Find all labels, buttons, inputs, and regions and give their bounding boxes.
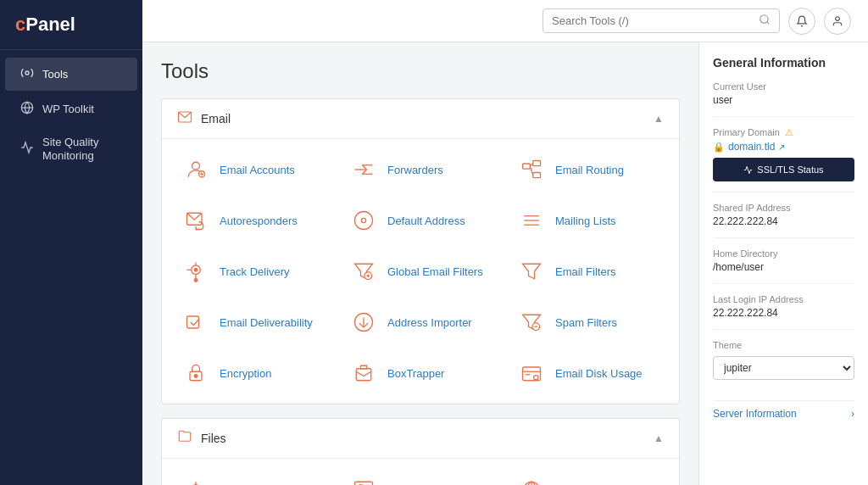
track-delivery-icon — [181, 256, 211, 287]
sidebar: cPanel Tools WP Toolkit Site QualityMoni… — [0, 0, 142, 485]
tool-item-file-manager[interactable]: File Manager — [169, 464, 337, 485]
svg-point-43 — [194, 375, 198, 378]
tools-icon — [20, 66, 34, 82]
address-importer-label: Address Importer — [387, 316, 472, 329]
email-deliverability-label: Email Deliverability — [220, 316, 313, 329]
server-info-link[interactable]: Server Information › — [713, 400, 854, 420]
svg-point-48 — [534, 376, 538, 380]
files-section: Files ▲ File Manager — [161, 418, 680, 485]
home-dir-label: Home Directory — [713, 248, 854, 259]
svg-rect-13 — [523, 164, 531, 169]
current-user-value: user — [713, 94, 854, 106]
tool-item-images[interactable]: Images — [337, 464, 504, 485]
search-input[interactable] — [552, 14, 759, 27]
images-icon — [348, 474, 379, 485]
theme-select[interactable]: jupiter paper_lantern — [713, 356, 854, 380]
sidebar-item-site-quality-label: Site QualityMonitoring — [42, 136, 98, 162]
email-accounts-label: Email Accounts — [220, 164, 295, 176]
boxtrapper-label: BoxTrapper — [387, 367, 444, 380]
email-disk-usage-icon — [516, 358, 547, 388]
last-login-label: Last Login IP Address — [713, 294, 854, 304]
sidebar-logo: cPanel — [0, 0, 142, 50]
files-section-header[interactable]: Files ▲ — [162, 419, 679, 459]
last-login-row: Last Login IP Address 22.222.222.84 — [713, 294, 854, 330]
tool-item-autoresponders[interactable]: Autoresponders — [169, 195, 337, 246]
tool-item-spam-filters[interactable]: Spam Filters — [504, 297, 672, 348]
spam-filters-icon — [516, 307, 547, 337]
shared-ip-row: Shared IP Address 22.222.222.84 — [713, 203, 854, 238]
site-quality-icon — [20, 141, 34, 157]
tool-item-encryption[interactable]: Encryption — [169, 348, 337, 399]
boxtrapper-icon — [348, 358, 379, 388]
primary-domain-warning-icon: ⚠ — [785, 127, 793, 137]
encryption-label: Encryption — [220, 367, 271, 380]
email-disk-usage-label: Email Disk Usage — [555, 367, 643, 380]
mailing-lists-label: Mailing Lists — [555, 215, 616, 227]
svg-marker-45 — [361, 365, 367, 369]
external-link-icon: ↗ — [778, 142, 785, 152]
home-dir-row: Home Directory /home/user — [713, 248, 854, 284]
files-tool-grid: File Manager Images Director — [162, 459, 679, 485]
email-section-header[interactable]: Email ▲ — [162, 99, 679, 139]
global-email-filters-icon — [348, 256, 379, 287]
email-section-icon — [177, 109, 192, 128]
sidebar-item-tools[interactable]: Tools — [5, 58, 137, 91]
tool-item-global-email-filters[interactable]: Global Email Filters — [337, 246, 504, 297]
tool-item-boxtrapper[interactable]: BoxTrapper — [337, 348, 504, 399]
tool-item-default-address[interactable]: Default Address — [337, 195, 504, 246]
svg-marker-35 — [523, 264, 541, 279]
default-address-label: Default Address — [387, 215, 465, 227]
right-panel: General Information Current User user Pr… — [698, 42, 868, 485]
header — [142, 0, 868, 42]
spam-filters-label: Spam Filters — [555, 316, 617, 329]
ssl-tls-status-button[interactable]: SSL/TLS Status — [713, 158, 854, 181]
tool-item-email-deliverability[interactable]: Email Deliverability — [169, 297, 337, 348]
address-importer-icon — [348, 307, 379, 337]
file-manager-icon — [181, 474, 211, 485]
svg-rect-15 — [533, 173, 541, 178]
global-email-filters-label: Global Email Filters — [387, 265, 483, 278]
email-accounts-icon — [181, 154, 211, 185]
tool-item-mailing-lists[interactable]: Mailing Lists — [504, 195, 672, 246]
tool-item-forwarders[interactable]: Forwarders — [337, 144, 504, 195]
home-dir-value: /home/user — [713, 261, 854, 273]
notifications-button[interactable] — [788, 8, 815, 35]
forwarders-icon — [348, 154, 379, 185]
primary-domain-link[interactable]: domain.tld — [728, 141, 775, 153]
email-routing-label: Email Routing — [555, 164, 624, 176]
content-wrapper: Tools Email ▲ — [142, 42, 868, 485]
wp-toolkit-icon — [20, 101, 34, 117]
logo: cPanel — [15, 14, 127, 36]
tool-item-email-routing[interactable]: Email Routing — [504, 144, 672, 195]
files-section-icon — [177, 429, 192, 448]
svg-point-0 — [25, 71, 29, 75]
svg-line-17 — [530, 166, 533, 176]
theme-label: Theme — [713, 340, 854, 350]
content-main: Tools Email ▲ — [142, 42, 698, 485]
last-login-value: 22.222.222.84 — [713, 307, 854, 319]
autoresponders-icon — [181, 205, 211, 236]
tool-item-email-accounts[interactable]: Email Accounts — [169, 144, 337, 195]
default-address-icon — [348, 205, 379, 236]
sidebar-item-site-quality[interactable]: Site QualityMonitoring — [5, 127, 137, 170]
user-menu-button[interactable] — [824, 8, 851, 35]
tool-item-track-delivery[interactable]: Track Delivery — [169, 246, 337, 297]
shared-ip-label: Shared IP Address — [713, 203, 854, 213]
autoresponders-label: Autoresponders — [220, 215, 298, 227]
track-delivery-label: Track Delivery — [220, 265, 290, 278]
tool-item-email-disk-usage[interactable]: Email Disk Usage — [504, 348, 672, 399]
svg-rect-14 — [533, 161, 541, 166]
tool-item-directory-privacy[interactable]: Directory Privacy — [504, 464, 672, 485]
svg-point-19 — [355, 212, 373, 230]
primary-domain-label: Primary Domain ⚠ — [713, 127, 854, 138]
shared-ip-value: 22.222.222.84 — [713, 215, 854, 227]
email-chevron-icon: ▲ — [654, 113, 664, 125]
tool-item-email-filters[interactable]: Email Filters — [504, 246, 672, 297]
search-bar[interactable] — [542, 8, 780, 33]
svg-rect-44 — [356, 369, 371, 381]
tool-item-address-importer[interactable]: Address Importer — [337, 297, 504, 348]
svg-line-3 — [767, 22, 770, 25]
svg-point-28 — [194, 269, 198, 272]
sidebar-item-wp-toolkit[interactable]: WP Toolkit — [5, 92, 137, 125]
sidebar-item-wp-toolkit-label: WP Toolkit — [42, 103, 94, 116]
